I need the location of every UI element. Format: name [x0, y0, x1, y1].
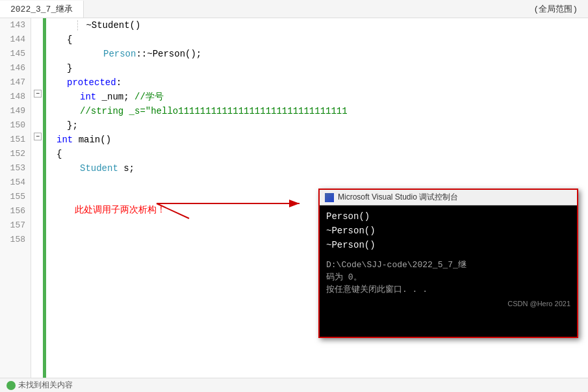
line-150: 150 — [0, 118, 31, 133]
collapse-151[interactable]: − — [34, 133, 42, 140]
top-bar: 2022_3_7_继承 (全局范围) — [0, 0, 588, 18]
code-line-151: int main() — [51, 133, 588, 147]
console-exitcode: 码为 0。 — [326, 271, 570, 283]
status-dot — [6, 381, 16, 390]
console-body: Person() ~Person() ~Person() — [320, 205, 577, 256]
console-footer: CSDN @Hero 2021 — [320, 298, 577, 309]
line-145: 145 — [0, 47, 31, 61]
console-line-1: Person() — [326, 209, 570, 224]
console-line-2: ~Person() — [326, 224, 570, 238]
collapse-col: − − — [31, 18, 43, 378]
console-title-text: Microsoft Visual Studio 调试控制台 — [338, 192, 458, 203]
code-line-154 — [51, 176, 588, 190]
collapse-148[interactable]: − — [34, 90, 42, 98]
annotation-text: 此处调用子两次析构！ — [75, 204, 166, 216]
line-158: 158 — [0, 233, 31, 247]
line-numbers: 143 144 145 146 147 148 149 150 151 152 … — [0, 18, 31, 378]
code-line-144: { — [51, 33, 588, 47]
status-text: 未找到相关内容 — [18, 380, 73, 391]
line-154: 154 — [0, 176, 31, 190]
line-157: 157 — [0, 218, 31, 233]
console-line-3: ~Person() — [326, 238, 570, 252]
line-143: 143 — [0, 18, 31, 33]
console-path: D:\Code\SJJ-code\2022_5_7_继 — [326, 259, 570, 271]
tab-label: 2022_3_7_继承 — [10, 5, 73, 14]
console-app-icon — [325, 193, 334, 202]
code-line-152: { — [51, 147, 588, 161]
bottom-bar: 未找到相关内容 — [0, 378, 588, 392]
code-line-143: ~Student() — [51, 18, 588, 33]
line-144: 144 — [0, 33, 31, 47]
line-149: 149 — [0, 104, 31, 118]
console-window: Microsoft Visual Studio 调试控制台 Person() ~… — [318, 189, 578, 338]
code-line-147: protected: — [51, 75, 588, 90]
console-title-bar: Microsoft Visual Studio 调试控制台 — [320, 190, 577, 205]
console-bottom: D:\Code\SJJ-code\2022_5_7_继 码为 0。 按任意键关闭… — [320, 256, 577, 298]
line-153: 153 — [0, 161, 31, 176]
line-148: 148 — [0, 90, 31, 104]
tab-file[interactable]: 2022_3_7_继承 — [0, 1, 84, 18]
code-line-148: int _num; //学号 — [51, 90, 588, 104]
code-line-149: //string _s="hello1111111111111111111111… — [51, 104, 588, 118]
code-line-153: Student s; — [51, 161, 588, 176]
line-152: 152 — [0, 147, 31, 161]
line-147: 147 — [0, 75, 31, 90]
line-155: 155 — [0, 190, 31, 204]
line-156: 156 — [0, 204, 31, 218]
code-line-150: }; — [51, 118, 588, 133]
console-close-msg: 按任意键关闭此窗口. . . — [326, 283, 570, 296]
code-line-145: Person::~Person(); — [51, 47, 588, 61]
code-line-146: } — [51, 61, 588, 75]
line-146: 146 — [0, 61, 31, 75]
line-151: 151 — [0, 133, 31, 147]
scope-label: (全局范围) — [523, 1, 588, 18]
